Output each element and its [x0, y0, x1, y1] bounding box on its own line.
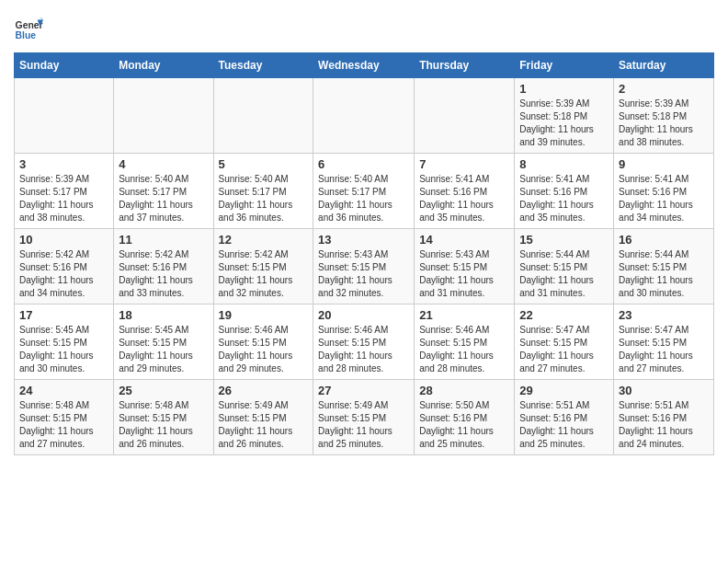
day-number: 3	[19, 157, 108, 171]
day-number: 9	[619, 157, 709, 171]
day-number: 16	[619, 233, 709, 247]
day-number: 26	[219, 384, 309, 397]
calendar-cell: 10Sunrise: 5:42 AM Sunset: 5:16 PM Dayli…	[15, 229, 114, 304]
day-detail: Sunrise: 5:43 AM Sunset: 5:15 PM Dayligh…	[318, 248, 409, 300]
day-number: 25	[119, 384, 208, 397]
svg-marker-3	[40, 17, 43, 19]
logo-icon: General Blue	[14, 14, 43, 43]
day-detail: Sunrise: 5:42 AM Sunset: 5:15 PM Dayligh…	[219, 248, 309, 300]
calendar-cell: 27Sunrise: 5:49 AM Sunset: 5:15 PM Dayli…	[313, 380, 415, 455]
day-number: 15	[519, 233, 609, 247]
calendar-cell: 12Sunrise: 5:42 AM Sunset: 5:15 PM Dayli…	[213, 229, 313, 304]
day-detail: Sunrise: 5:46 AM Sunset: 5:15 PM Dayligh…	[219, 324, 309, 375]
day-detail: Sunrise: 5:46 AM Sunset: 5:15 PM Dayligh…	[318, 324, 409, 375]
day-number: 13	[318, 233, 409, 247]
calendar-cell	[415, 78, 515, 154]
day-detail: Sunrise: 5:49 AM Sunset: 5:15 PM Dayligh…	[318, 399, 409, 451]
day-number: 2	[619, 82, 709, 96]
day-detail: Sunrise: 5:45 AM Sunset: 5:15 PM Dayligh…	[119, 324, 208, 375]
calendar-cell: 16Sunrise: 5:44 AM Sunset: 5:15 PM Dayli…	[614, 229, 714, 304]
day-detail: Sunrise: 5:50 AM Sunset: 5:16 PM Dayligh…	[419, 399, 509, 451]
column-header-sunday: Sunday	[15, 53, 114, 78]
day-detail: Sunrise: 5:44 AM Sunset: 5:15 PM Dayligh…	[519, 248, 609, 300]
week-row-1: 1Sunrise: 5:39 AM Sunset: 5:18 PM Daylig…	[15, 78, 714, 154]
day-number: 21	[419, 308, 509, 322]
calendar-cell: 28Sunrise: 5:50 AM Sunset: 5:16 PM Dayli…	[415, 380, 515, 455]
calendar-cell: 24Sunrise: 5:48 AM Sunset: 5:15 PM Dayli…	[15, 380, 114, 455]
calendar-cell: 6Sunrise: 5:40 AM Sunset: 5:17 PM Daylig…	[313, 154, 415, 229]
week-row-2: 3Sunrise: 5:39 AM Sunset: 5:17 PM Daylig…	[15, 154, 714, 229]
day-detail: Sunrise: 5:41 AM Sunset: 5:16 PM Dayligh…	[619, 173, 709, 224]
day-detail: Sunrise: 5:41 AM Sunset: 5:16 PM Dayligh…	[419, 173, 509, 224]
day-number: 1	[519, 82, 609, 96]
day-detail: Sunrise: 5:45 AM Sunset: 5:15 PM Dayligh…	[19, 324, 108, 375]
calendar-cell: 11Sunrise: 5:42 AM Sunset: 5:16 PM Dayli…	[114, 229, 213, 304]
calendar-cell	[313, 78, 415, 154]
day-detail: Sunrise: 5:41 AM Sunset: 5:16 PM Dayligh…	[519, 173, 609, 224]
calendar-cell: 5Sunrise: 5:40 AM Sunset: 5:17 PM Daylig…	[213, 154, 313, 229]
calendar-cell: 14Sunrise: 5:43 AM Sunset: 5:15 PM Dayli…	[415, 229, 515, 304]
day-detail: Sunrise: 5:48 AM Sunset: 5:15 PM Dayligh…	[119, 399, 208, 451]
page-header: General Blue	[14, 14, 714, 43]
calendar-table: SundayMondayTuesdayWednesdayThursdayFrid…	[14, 52, 714, 455]
day-detail: Sunrise: 5:40 AM Sunset: 5:17 PM Dayligh…	[318, 173, 409, 224]
day-detail: Sunrise: 5:39 AM Sunset: 5:18 PM Dayligh…	[619, 98, 709, 149]
day-number: 28	[419, 384, 509, 397]
column-header-thursday: Thursday	[415, 53, 515, 78]
week-row-4: 17Sunrise: 5:45 AM Sunset: 5:15 PM Dayli…	[15, 304, 714, 380]
calendar-cell: 3Sunrise: 5:39 AM Sunset: 5:17 PM Daylig…	[15, 154, 114, 229]
calendar-cell: 21Sunrise: 5:46 AM Sunset: 5:15 PM Dayli…	[415, 304, 515, 380]
calendar-cell: 4Sunrise: 5:40 AM Sunset: 5:17 PM Daylig…	[114, 154, 213, 229]
day-number: 10	[19, 233, 108, 247]
day-detail: Sunrise: 5:47 AM Sunset: 5:15 PM Dayligh…	[619, 324, 709, 375]
calendar-cell: 29Sunrise: 5:51 AM Sunset: 5:16 PM Dayli…	[515, 380, 614, 455]
day-detail: Sunrise: 5:40 AM Sunset: 5:17 PM Dayligh…	[119, 173, 208, 224]
day-number: 4	[119, 157, 208, 171]
day-detail: Sunrise: 5:49 AM Sunset: 5:15 PM Dayligh…	[219, 399, 309, 451]
day-number: 7	[419, 157, 509, 171]
day-detail: Sunrise: 5:39 AM Sunset: 5:17 PM Dayligh…	[19, 173, 108, 224]
column-header-saturday: Saturday	[614, 53, 714, 78]
day-number: 20	[318, 308, 409, 322]
day-detail: Sunrise: 5:51 AM Sunset: 5:16 PM Dayligh…	[619, 399, 709, 451]
calendar-cell	[114, 78, 213, 154]
calendar-cell: 17Sunrise: 5:45 AM Sunset: 5:15 PM Dayli…	[15, 304, 114, 380]
header-row: SundayMondayTuesdayWednesdayThursdayFrid…	[15, 53, 714, 78]
day-number: 5	[219, 157, 309, 171]
calendar-cell: 22Sunrise: 5:47 AM Sunset: 5:15 PM Dayli…	[515, 304, 614, 380]
calendar-cell: 1Sunrise: 5:39 AM Sunset: 5:18 PM Daylig…	[515, 78, 614, 154]
calendar-cell: 7Sunrise: 5:41 AM Sunset: 5:16 PM Daylig…	[415, 154, 515, 229]
day-number: 6	[318, 157, 409, 171]
calendar-cell: 15Sunrise: 5:44 AM Sunset: 5:15 PM Dayli…	[515, 229, 614, 304]
day-detail: Sunrise: 5:47 AM Sunset: 5:15 PM Dayligh…	[519, 324, 609, 375]
day-number: 8	[519, 157, 609, 171]
calendar-cell: 2Sunrise: 5:39 AM Sunset: 5:18 PM Daylig…	[614, 78, 714, 154]
calendar-cell: 19Sunrise: 5:46 AM Sunset: 5:15 PM Dayli…	[213, 304, 313, 380]
calendar-cell	[15, 78, 114, 154]
calendar-cell: 26Sunrise: 5:49 AM Sunset: 5:15 PM Dayli…	[213, 380, 313, 455]
column-header-monday: Monday	[114, 53, 213, 78]
day-number: 12	[219, 233, 309, 247]
day-detail: Sunrise: 5:46 AM Sunset: 5:15 PM Dayligh…	[419, 324, 509, 375]
day-detail: Sunrise: 5:43 AM Sunset: 5:15 PM Dayligh…	[419, 248, 509, 300]
day-number: 18	[119, 308, 208, 322]
day-number: 24	[19, 384, 108, 397]
day-number: 22	[519, 308, 609, 322]
column-header-friday: Friday	[515, 53, 614, 78]
day-number: 27	[318, 384, 409, 397]
calendar-cell: 18Sunrise: 5:45 AM Sunset: 5:15 PM Dayli…	[114, 304, 213, 380]
day-detail: Sunrise: 5:42 AM Sunset: 5:16 PM Dayligh…	[119, 248, 208, 300]
day-detail: Sunrise: 5:42 AM Sunset: 5:16 PM Dayligh…	[19, 248, 108, 300]
day-detail: Sunrise: 5:51 AM Sunset: 5:16 PM Dayligh…	[519, 399, 609, 451]
day-detail: Sunrise: 5:44 AM Sunset: 5:15 PM Dayligh…	[619, 248, 709, 300]
day-detail: Sunrise: 5:48 AM Sunset: 5:15 PM Dayligh…	[19, 399, 108, 451]
column-header-tuesday: Tuesday	[213, 53, 313, 78]
day-number: 30	[619, 384, 709, 397]
day-number: 19	[219, 308, 309, 322]
week-row-5: 24Sunrise: 5:48 AM Sunset: 5:15 PM Dayli…	[15, 380, 714, 455]
logo: General Blue	[14, 14, 49, 43]
calendar-cell: 30Sunrise: 5:51 AM Sunset: 5:16 PM Dayli…	[614, 380, 714, 455]
calendar-cell: 9Sunrise: 5:41 AM Sunset: 5:16 PM Daylig…	[614, 154, 714, 229]
day-detail: Sunrise: 5:40 AM Sunset: 5:17 PM Dayligh…	[219, 173, 309, 224]
day-number: 17	[19, 308, 108, 322]
